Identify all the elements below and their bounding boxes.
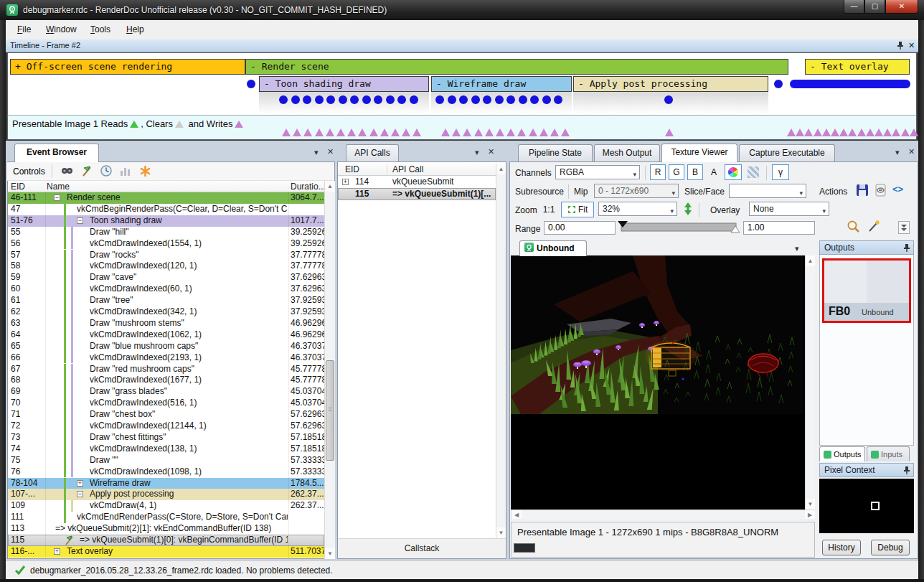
col-name[interactable]: Name <box>47 182 70 192</box>
timeline-resource-usage[interactable]: Presentable Image 1 Reads, Clears and Wr… <box>7 115 917 140</box>
usage-triangle[interactable] <box>412 128 421 136</box>
event-row[interactable]: 70vkCmdDrawIndexed(516, 1)45.03704 <box>8 398 324 409</box>
event-row[interactable]: 107-...−Apply post processing262.37... <box>8 489 324 500</box>
event-row[interactable]: 76vkCmdDrawIndexed(1098, 1)57.33333 <box>8 466 324 478</box>
timeline-marker[interactable]: - Render scene <box>245 59 788 75</box>
pin-icon[interactable] <box>903 466 910 479</box>
timeline-draw-dot[interactable] <box>554 95 562 104</box>
event-row[interactable]: 60vkCmdDrawIndexed(60, 1)37.62963 <box>8 283 324 295</box>
channel-green-toggle[interactable]: G <box>669 164 684 180</box>
save-texture-icon[interactable] <box>855 183 869 200</box>
col-api-call[interactable]: API Call <box>392 164 423 174</box>
scroll-down-icon[interactable]: ▼ <box>496 527 506 538</box>
timeline-draw-dot[interactable] <box>279 95 288 104</box>
tab-texture-viewer[interactable]: Texture Viewer <box>661 144 737 162</box>
timeline-draw-dot[interactable] <box>664 95 673 104</box>
event-browser-scrollbar[interactable]: ▲▼ <box>324 181 335 559</box>
toolbar-overflow-button[interactable] <box>898 221 910 234</box>
scroll-down-icon[interactable]: ▼ <box>325 548 335 559</box>
timeline-draw-dot[interactable] <box>315 95 324 104</box>
expander-icon[interactable]: + <box>342 179 349 185</box>
expander-icon[interactable]: − <box>77 491 83 497</box>
timeline-draw-dot[interactable] <box>397 95 406 104</box>
usage-triangle[interactable] <box>883 128 892 136</box>
timeline-draw-dot[interactable] <box>459 95 468 104</box>
channel-red-toggle[interactable]: R <box>650 164 666 180</box>
timeline-draw-dot[interactable] <box>303 95 311 104</box>
timeline-draw-dot[interactable] <box>339 95 347 104</box>
usage-triangle[interactable] <box>517 128 526 136</box>
usage-triangle[interactable] <box>857 128 866 136</box>
usage-triangle[interactable] <box>485 128 494 136</box>
usage-triangle[interactable] <box>866 128 874 136</box>
usage-triangle[interactable] <box>822 128 831 136</box>
chevron-down-icon[interactable]: ▾ <box>475 148 479 157</box>
expander-icon[interactable]: − <box>54 194 60 201</box>
event-row[interactable]: 69Draw "grass blades"45.03704 <box>8 386 324 398</box>
channel-alpha-toggle[interactable]: A <box>706 164 722 180</box>
usage-triangle[interactable] <box>910 128 918 136</box>
mip-select[interactable]: 0 - 1272x690▾ <box>594 184 679 198</box>
usage-triangle[interactable] <box>529 128 537 136</box>
usage-triangle[interactable] <box>874 128 883 136</box>
scroll-up-icon[interactable]: ▲ <box>325 181 335 192</box>
scrollbar-thumb[interactable] <box>326 360 334 461</box>
timeline-draw-dot[interactable] <box>291 95 300 104</box>
close-button[interactable]: ✕ <box>885 0 918 14</box>
pixel-context-display[interactable] <box>819 479 914 533</box>
flip-y-icon[interactable] <box>683 202 693 219</box>
usage-triangle[interactable] <box>358 128 367 136</box>
event-row[interactable]: 67Draw "red mushroom caps"45.77778 <box>8 364 324 375</box>
event-row[interactable]: 68vkCmdDrawIndexed(1677, 1)45.77778 <box>8 375 324 386</box>
usage-triangle[interactable] <box>303 128 312 136</box>
event-row[interactable]: 46-111−Render scene3064.7... <box>8 192 324 204</box>
col-duration[interactable]: Duratio... <box>291 182 326 192</box>
chevron-down-icon[interactable]: ▾ <box>314 148 319 157</box>
scroll-up-icon[interactable]: ▲ <box>496 164 506 174</box>
event-row[interactable]: 75Draw ""57.33333 <box>8 455 324 466</box>
event-row[interactable]: 47vkCmdBeginRenderPass(C=Clear, D=Clear,… <box>8 204 324 215</box>
event-row[interactable]: 71Draw "chest box"57.62963 <box>8 409 324 421</box>
time-durations-icon[interactable] <box>100 165 113 180</box>
usage-triangle[interactable] <box>391 128 400 136</box>
timeline-marker[interactable]: - Toon shading draw <box>259 76 429 92</box>
tab-event-browser[interactable]: Event Browser <box>14 144 99 162</box>
tab-capture-executable[interactable]: Capture Executable <box>739 144 835 161</box>
history-button[interactable]: History <box>822 540 861 555</box>
event-row[interactable]: 111vkCmdEndRenderPass(C=Store, D=Store, … <box>8 512 324 523</box>
usage-triangle[interactable] <box>293 128 301 136</box>
event-row[interactable]: 109vkCmdDraw(4, 1)262.37... <box>8 500 324 512</box>
usage-triangle[interactable] <box>282 128 291 136</box>
api-calls-scrollbar[interactable]: ▲▼ <box>496 164 506 538</box>
event-row[interactable]: 78-104+Wireframe draw1784.5... <box>8 478 324 489</box>
custom-shader-icon[interactable]: <> <box>892 184 903 194</box>
timeline-draw-dot[interactable] <box>471 95 480 104</box>
timeline-draw-dot[interactable] <box>326 95 335 104</box>
api-call-row[interactable]: +114vkQueueSubmit <box>338 176 496 188</box>
usage-triangle[interactable] <box>848 128 857 136</box>
event-row[interactable]: 63Draw "mushroom stems"46.96296 <box>8 318 324 329</box>
minimize-button[interactable]: — <box>844 0 864 14</box>
colorwheel-toggle[interactable] <box>725 164 742 180</box>
usage-triangle[interactable] <box>665 128 674 136</box>
viewport-vscrollbar[interactable]: ▲▼ <box>805 255 815 510</box>
viewport-hscrollbar[interactable]: ◀▶ <box>511 510 815 519</box>
usage-triangle[interactable] <box>441 128 450 136</box>
texture-display[interactable] <box>511 255 805 510</box>
usage-triangle[interactable] <box>496 128 504 136</box>
range-min-input[interactable]: 0.00 <box>544 221 616 235</box>
close-icon[interactable]: ✕ <box>327 147 334 156</box>
event-row[interactable]: 57Draw "rocks"37.77778 <box>8 250 324 261</box>
timeline-marker[interactable]: - Text overlay <box>805 59 910 75</box>
pin-icon[interactable] <box>903 243 910 256</box>
scroll-down-icon[interactable]: ▼ <box>806 499 815 510</box>
api-call-row[interactable]: 115=> vkQueueSubmit(1)[... <box>338 188 496 200</box>
tab-pipeline-state[interactable]: Pipeline State <box>518 144 593 161</box>
timeline-draw-dot[interactable] <box>410 95 418 104</box>
usage-triangle[interactable] <box>814 128 822 136</box>
usage-triangle[interactable] <box>474 128 483 136</box>
timeline-draw-dot[interactable] <box>774 80 783 88</box>
usage-triangle[interactable] <box>452 128 461 136</box>
event-row[interactable]: 65Draw "blue mushroom caps"46.37037 <box>8 341 324 352</box>
texture-tab-unbound[interactable]: Unbound <box>519 240 587 256</box>
